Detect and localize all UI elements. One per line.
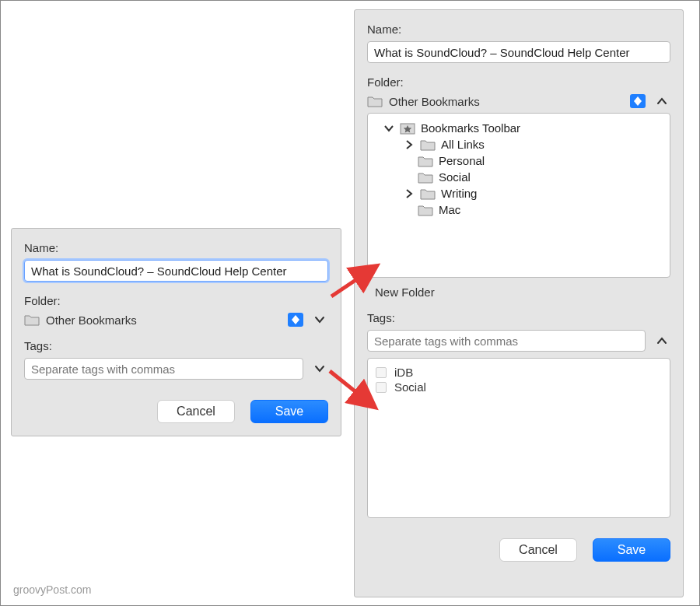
folder-icon <box>367 95 383 107</box>
expand-folder-tree-button[interactable] <box>311 314 328 325</box>
tree-item-personal[interactable]: Personal <box>373 152 665 169</box>
collapse-tags-button[interactable] <box>653 335 670 346</box>
folder-selector[interactable]: Other Bookmarks <box>24 314 280 327</box>
folder-icon <box>420 187 436 200</box>
tags-input[interactable] <box>367 330 646 352</box>
tags-label: Tags: <box>367 311 670 324</box>
name-label: Name: <box>24 241 328 254</box>
tree-item-label: Personal <box>439 154 485 167</box>
expand-tags-button[interactable] <box>311 363 328 374</box>
tree-item-mac[interactable]: Mac <box>373 201 665 218</box>
tag-option-social[interactable]: Social <box>376 380 662 394</box>
chevron-right-icon[interactable] <box>404 139 415 150</box>
tree-item-label: Social <box>439 170 471 184</box>
composite-screenshot: Name: Folder: Other Bookmarks Tags: <box>0 0 700 606</box>
chevron-right-icon[interactable] <box>404 188 415 199</box>
cancel-button-label: Cancel <box>177 405 215 419</box>
star-folder-icon <box>400 122 415 135</box>
tree-item-bookmarks-toolbar[interactable]: Bookmarks Toolbar <box>373 120 665 136</box>
tree-item-label: Bookmarks Toolbar <box>421 121 520 135</box>
folder-icon <box>420 138 436 151</box>
folder-dropdown-button[interactable] <box>630 94 646 108</box>
folder-icon <box>24 314 40 326</box>
tree-item-writing[interactable]: Writing <box>373 185 665 201</box>
tag-swatch-icon <box>376 382 387 393</box>
name-input[interactable] <box>367 41 670 63</box>
tag-label: Social <box>394 380 426 394</box>
tree-item-label: Mac <box>439 203 460 216</box>
watermark: groovyPost.com <box>13 583 91 596</box>
bookmark-dialog-collapsed: Name: Folder: Other Bookmarks Tags: <box>11 228 341 436</box>
name-input[interactable] <box>24 260 328 282</box>
folder-selector[interactable]: Other Bookmarks <box>367 95 622 108</box>
folder-dropdown-button[interactable] <box>288 313 303 327</box>
name-label: Name: <box>367 23 670 36</box>
collapse-folder-tree-button[interactable] <box>653 96 670 107</box>
folder-icon <box>418 204 433 216</box>
tag-label: iDB <box>394 366 413 379</box>
tags-list: iDB Social <box>367 358 670 518</box>
folder-icon <box>418 171 433 184</box>
bookmark-dialog-expanded: Name: Folder: Other Bookmarks <box>354 9 684 597</box>
folder-label: Folder: <box>24 294 328 307</box>
save-button[interactable]: Save <box>250 400 328 423</box>
tree-item-social[interactable]: Social <box>373 169 665 185</box>
save-button-label: Save <box>618 543 646 557</box>
cancel-button[interactable]: Cancel <box>157 400 235 423</box>
save-button-label: Save <box>275 405 303 419</box>
folder-label: Folder: <box>367 75 670 89</box>
chevron-down-icon[interactable] <box>383 123 394 134</box>
tags-label: Tags: <box>24 339 328 352</box>
cancel-button[interactable]: Cancel <box>499 538 577 562</box>
folder-icon <box>418 155 433 167</box>
tree-item-all-links[interactable]: All Links <box>373 136 665 152</box>
tree-item-label: Writing <box>441 187 477 200</box>
tag-swatch-icon <box>376 367 387 378</box>
tags-input[interactable] <box>24 358 303 380</box>
save-button[interactable]: Save <box>593 538 670 562</box>
folder-tree[interactable]: Bookmarks Toolbar All Links Personal Soc… <box>367 113 670 278</box>
tag-option-idb[interactable]: iDB <box>376 365 662 380</box>
cancel-button-label: Cancel <box>519 543 558 557</box>
tree-item-label: All Links <box>441 138 485 151</box>
new-folder-button[interactable]: New Folder <box>367 285 670 299</box>
folder-selected-label: Other Bookmarks <box>389 95 480 108</box>
folder-selected-label: Other Bookmarks <box>46 314 137 327</box>
